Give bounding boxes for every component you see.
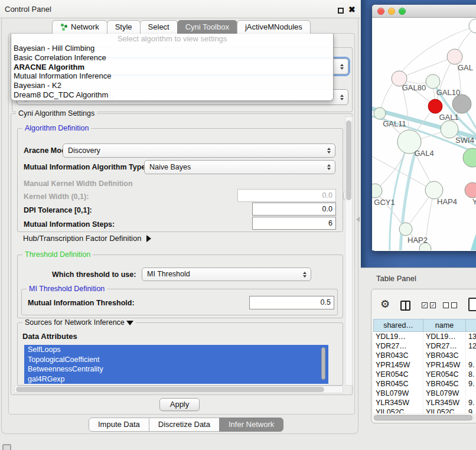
network-canvas[interactable]: GALGAL80GAL10GAL1GAL11SWI4GAL4GCY1HAP4YH… bbox=[372, 18, 476, 250]
attribute-gal4rgexp[interactable]: gal4RGexp bbox=[24, 374, 328, 384]
node-gcy1-label: GCY1 bbox=[374, 198, 395, 207]
table-row[interactable]: YBL079WYBL079W bbox=[373, 389, 476, 398]
mi-type-value: Naive Bayes bbox=[149, 163, 191, 171]
tab-network[interactable]: Network bbox=[52, 20, 107, 34]
settings-vertical-scrollbar[interactable] bbox=[345, 116, 353, 386]
cyni-settings-title: Cyni Algorithm Settings bbox=[16, 109, 97, 118]
mi-steps-label: Mutual Information Steps: bbox=[24, 220, 115, 229]
tab-impute-data[interactable]: Impute Data bbox=[89, 418, 149, 432]
attributes-scrollbar[interactable] bbox=[321, 346, 327, 383]
cell: YER054C bbox=[373, 370, 423, 379]
cell: YPR145W bbox=[373, 360, 423, 370]
algorithm-item-mutual-information-inference[interactable]: Mutual Information Inference bbox=[11, 71, 333, 81]
mi-type-label: Mutual Information Algorithm Type: bbox=[24, 163, 148, 171]
which-threshold-combo[interactable]: MI Threshold bbox=[142, 268, 311, 281]
node-gal11[interactable] bbox=[374, 107, 386, 119]
tab-discretize-data[interactable]: Discretize Data bbox=[149, 418, 220, 432]
bottom-tab-bar: Impute DataDiscretize DataInfer Network bbox=[89, 418, 283, 432]
mi-threshold-group: MI Threshold Definition Mutual Informati… bbox=[21, 289, 338, 315]
table-row[interactable]: YIL052CYIL052C9 bbox=[373, 407, 476, 413]
tab-jactivemnodules[interactable]: jActiveMNodules bbox=[237, 20, 311, 34]
table-row[interactable]: YBR045CYBR045C9. bbox=[373, 379, 476, 389]
mi-type-combo[interactable]: Naive Bayes bbox=[144, 160, 335, 174]
node-gal10[interactable] bbox=[426, 74, 440, 89]
table-horizontal-scrollbar[interactable] bbox=[373, 415, 475, 420]
apply-button[interactable]: Apply bbox=[159, 398, 200, 411]
column-header-2[interactable] bbox=[466, 319, 476, 332]
column-view-icon[interactable] bbox=[400, 301, 410, 311]
node-gal-partial[interactable] bbox=[447, 49, 462, 64]
network-view-window[interactable]: GALGAL80GAL10GAL1GAL11SWI4GAL4GCY1HAP4YH… bbox=[372, 5, 476, 251]
cell bbox=[466, 389, 476, 398]
mi-threshold-label: Mutual Information Threshold: bbox=[28, 299, 135, 307]
algorithm-item-dream8-dc-tdc-algorithm[interactable]: Dream8 DC_TDC Algorithm bbox=[11, 90, 333, 100]
tab-cyni-toolbox[interactable]: Cyni Toolbox bbox=[177, 20, 237, 34]
zoom-window-icon[interactable] bbox=[399, 8, 406, 15]
mi-threshold-field[interactable]: 0.5 bbox=[249, 296, 334, 309]
kernel-width-field[interactable]: 0.0 bbox=[237, 189, 336, 202]
which-threshold-value: MI Threshold bbox=[147, 270, 190, 278]
algorithm-item-bayesian-hill-climbing[interactable]: Bayesian - Hill Climbing bbox=[11, 44, 333, 53]
tab-select[interactable]: Select bbox=[140, 20, 178, 34]
cell: YDL19… bbox=[423, 332, 466, 341]
table-row[interactable]: YBR043CYBR043C bbox=[373, 351, 476, 360]
close-panel-icon[interactable]: ✖ bbox=[348, 5, 356, 14]
cell: YBL079W bbox=[423, 389, 466, 398]
threshold-definition-title: Threshold Definition bbox=[22, 250, 93, 259]
settings-horizontal-scrollbar[interactable] bbox=[14, 386, 343, 393]
algorithm-item-bayesian-k2[interactable]: Bayesian - K2 bbox=[11, 81, 333, 90]
column-header-name[interactable]: name bbox=[423, 319, 466, 332]
minimized-panel-icon[interactable] bbox=[2, 444, 11, 450]
network-window-titlebar[interactable] bbox=[372, 5, 476, 18]
sources-title-wrap[interactable]: Sources for Network Inference bbox=[22, 318, 136, 327]
manual-kernel-label: Manual Kernel Width Definition bbox=[24, 180, 133, 188]
table-row[interactable]: YPR145WYPR145W9. bbox=[373, 360, 476, 370]
cell: YBL079W bbox=[373, 389, 423, 398]
cell: YDR27… bbox=[423, 341, 466, 351]
node-green-right[interactable] bbox=[463, 148, 476, 167]
cell: YER054C bbox=[423, 370, 466, 379]
popup-prompt: Select algorithm to view settings bbox=[11, 34, 333, 44]
minimize-window-icon[interactable] bbox=[388, 8, 395, 15]
float-window-icon[interactable] bbox=[338, 8, 344, 14]
node-pink-right[interactable] bbox=[465, 182, 476, 198]
node-gal-partial-label: GAL bbox=[458, 63, 473, 72]
combo-arrows-icon bbox=[327, 148, 331, 154]
hub-definition-expander[interactable]: Hub/Transcription Factor Definition bbox=[23, 234, 151, 243]
node-table: shared…name YDL19…YDL19…13YDR27…YDR27…12… bbox=[373, 319, 476, 413]
attribute-betweennesscentrality[interactable]: BetweennessCentrality bbox=[24, 364, 328, 374]
aracne-mode-value: Discovery bbox=[68, 146, 100, 155]
table-header-row: shared…name bbox=[373, 319, 476, 332]
mi-steps-field[interactable]: 6 bbox=[252, 217, 336, 230]
table-row[interactable]: YER054CYER054C8. bbox=[373, 370, 476, 379]
algorithm-item-aracne-algorithm[interactable]: ARACNE Algorithm bbox=[11, 63, 333, 72]
node-gray[interactable] bbox=[452, 94, 471, 113]
aracne-mode-combo[interactable]: Discovery bbox=[63, 144, 335, 158]
combo-arrows-icon bbox=[302, 272, 307, 278]
node-red[interactable] bbox=[428, 99, 442, 113]
tab-style[interactable]: Style bbox=[107, 20, 141, 34]
tab-infer-network[interactable]: Infer Network bbox=[219, 418, 283, 432]
collapse-down-icon bbox=[126, 321, 133, 325]
table-row[interactable]: YDL19…YDL19…13 bbox=[373, 332, 476, 341]
deselect-all-columns-icon[interactable] bbox=[443, 302, 457, 308]
table-row[interactable]: YDR27…YDR27…12 bbox=[373, 341, 476, 351]
attribute-topologicalcoefficient[interactable]: TopologicalCoefficient bbox=[24, 355, 328, 365]
dpi-tolerance-field[interactable]: 0.0 bbox=[252, 203, 336, 216]
algorithm-item-basic-correlation-inference[interactable]: Basic Correlation Inference bbox=[11, 53, 333, 63]
table-settings-gear-icon[interactable]: ⚙ bbox=[380, 299, 390, 309]
cell: YDR27… bbox=[373, 341, 423, 351]
column-header-shared[interactable]: shared… bbox=[373, 319, 423, 332]
attribute-selfloops[interactable]: SelfLoops bbox=[24, 345, 328, 355]
select-all-columns-icon[interactable]: ✓ ✓ bbox=[422, 302, 436, 308]
unchecked-box-icon bbox=[451, 302, 457, 308]
node-hap2[interactable] bbox=[399, 223, 412, 236]
close-window-icon[interactable] bbox=[377, 8, 384, 15]
network-graph: GALGAL80GAL10GAL1GAL11SWI4GAL4GCY1HAP4YH… bbox=[372, 18, 476, 250]
table-row[interactable]: YLR345WYLR345W9. bbox=[373, 398, 476, 407]
file-icon[interactable] bbox=[468, 298, 476, 311]
threshold-definition-group: Threshold Definition Which threshold to … bbox=[17, 255, 343, 318]
table-panel-title: Table Panel bbox=[376, 274, 416, 283]
node-hap4[interactable] bbox=[425, 181, 443, 199]
node-unlabeled-top[interactable] bbox=[469, 19, 476, 33]
